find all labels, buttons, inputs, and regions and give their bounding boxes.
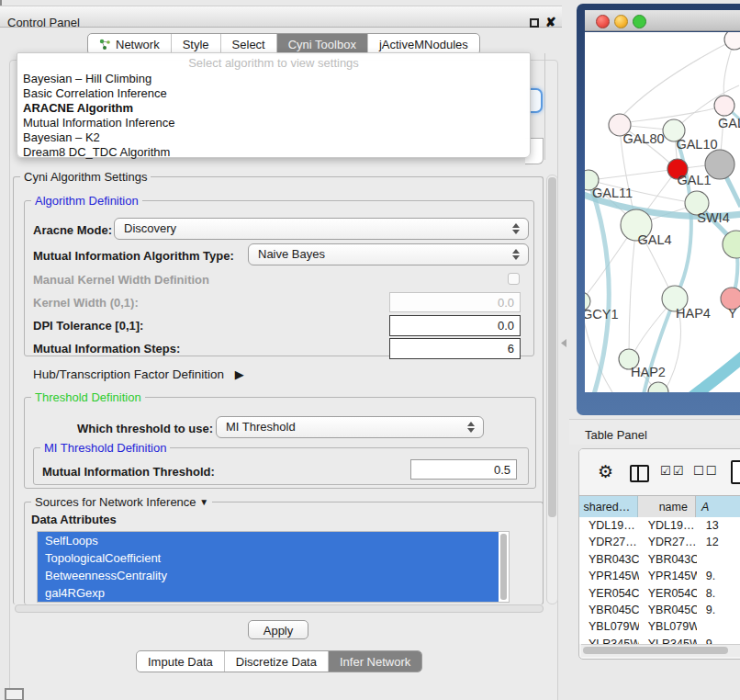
table-row[interactable]: YER054CYER054C8.	[579, 585, 740, 602]
algorithm-option[interactable]: Basic Correlation Inference	[17, 86, 530, 101]
table-toolbar: ⚙ ☑☑ ☐☐	[579, 449, 740, 495]
tab-cyni-toolbox[interactable]: Cyni Toolbox	[277, 34, 368, 54]
table-cell: 9.	[697, 636, 740, 644]
network-edge[interactable]	[629, 225, 636, 357]
bottom-tab-discretize-data[interactable]: Discretize Data	[225, 651, 329, 672]
attribute-item[interactable]: SelfLoops	[38, 532, 499, 549]
table-cell: 12	[697, 534, 740, 550]
table-row[interactable]: YLR345WYLR345W9.	[579, 636, 740, 644]
manual-kernel-checkbox[interactable]	[508, 273, 520, 285]
algorithm-option[interactable]: ARACNE Algorithm	[17, 101, 530, 116]
network-window-titlebar[interactable]	[585, 10, 740, 31]
table-body: YDL19…YDL19…13YDR27…YDR27…12YBR043CYBR04…	[579, 517, 740, 644]
bottom-tab-label: Discretize Data	[236, 655, 317, 669]
column-layout-icon[interactable]	[630, 465, 649, 482]
network-node-label: HAP2	[631, 365, 666, 379]
table-row[interactable]: YPR145WYPR145W9.	[579, 568, 740, 584]
table-cell: YBR043C	[579, 551, 639, 568]
mi-threshold-field[interactable]: 0.5	[410, 459, 517, 480]
table-hscrollbar-thumb[interactable]	[583, 647, 728, 654]
network-node[interactable]	[724, 32, 740, 50]
collapse-down-icon[interactable]: ▼	[199, 497, 208, 507]
column-header[interactable]: A	[696, 496, 740, 518]
inference-algorithm-combo-fragment[interactable]	[529, 88, 543, 113]
tab-network[interactable]: Network	[88, 34, 172, 54]
table-cell: YPR145W	[579, 568, 639, 584]
new-table-icon[interactable]	[731, 460, 740, 484]
dpi-tolerance-field[interactable]: 0.0	[389, 315, 521, 336]
data-attributes-list[interactable]: SelfLoopsTopologicalCoefficientBetweenne…	[37, 531, 510, 603]
table-hscrollbar[interactable]	[581, 644, 740, 657]
settings-scrollbar-thumb[interactable]	[548, 177, 556, 517]
bottom-tab-label: Infer Network	[340, 655, 410, 669]
column-header[interactable]: name	[638, 496, 696, 518]
table-cell: YDR27…	[639, 534, 697, 550]
table-cell: 9.	[697, 568, 740, 584]
close-traffic-light-icon[interactable]	[596, 15, 610, 28]
hub-definition-expander[interactable]: Hub/Transcription Factor Definition ▶	[33, 367, 244, 381]
mi-threshold-group-title: MI Threshold Definition	[40, 441, 170, 455]
settings-hscroll-bar[interactable]	[15, 604, 544, 613]
settings-scrollbar-track[interactable]	[546, 175, 558, 604]
sources-title-text: Sources for Network Inference	[35, 495, 196, 509]
zoom-traffic-light-icon[interactable]	[633, 15, 646, 28]
table-cell: YER054C	[579, 585, 639, 602]
table-row[interactable]: YBR045CYBR045C9.	[579, 602, 740, 618]
bottom-tab-label: Impute Data	[148, 655, 213, 669]
mi-type-combobox[interactable]: Naive Bayes	[248, 243, 529, 265]
algorithm-option[interactable]: Bayesian – K2	[17, 130, 530, 145]
network-graph[interactable]: GALGAL80GAL10GAL1GAL11SWI4GAL4GCY1HAP4YH…	[585, 32, 740, 392]
tab-select[interactable]: Select	[221, 34, 277, 54]
list-scrollbar-thumb[interactable]	[500, 534, 507, 600]
algorithm-option[interactable]: Dream8 DC_TDC Algorithm	[17, 145, 530, 160]
checked-columns-icon[interactable]: ☑☑	[660, 464, 685, 478]
kernel-width-field[interactable]: 0.0	[389, 292, 521, 312]
screen: Control Panel ✘ NetworkStyleSelectCyni T…	[0, 0, 740, 700]
network-edge[interactable]	[590, 169, 678, 180]
attribute-item[interactable]: gal4RGexp	[38, 584, 499, 602]
tab-jactivemnodules[interactable]: jActiveMNodules	[368, 34, 479, 54]
kernel-width-label: Kernel Width (0,1):	[33, 296, 139, 310]
unchecked-columns-icon[interactable]: ☐☐	[693, 464, 718, 478]
tab-style[interactable]: Style	[172, 34, 221, 54]
combo-spinner-icon	[466, 421, 475, 434]
bottom-tab-impute-data[interactable]: Impute Data	[137, 651, 225, 672]
which-threshold-combobox[interactable]: MI Threshold	[216, 416, 484, 438]
tab-label: Style	[183, 38, 209, 51]
algorithm-option[interactable]: Bayesian – Hill Climbing	[17, 72, 530, 86]
table-cell: 8.	[697, 585, 740, 602]
minimized-panel-icon[interactable]	[5, 688, 24, 700]
column-header[interactable]: shared…	[579, 496, 638, 518]
network-canvas[interactable]: GALGAL80GAL10GAL1GAL11SWI4GAL4GCY1HAP4YH…	[585, 32, 740, 392]
table-cell: YPR145W	[639, 568, 697, 584]
network-node-label: GAL10	[676, 137, 717, 152]
attribute-item[interactable]: BetweennessCentrality	[38, 567, 499, 584]
tab-label: Select	[232, 38, 265, 51]
table-cell: 9.	[697, 602, 740, 618]
table-cell: YBR045C	[639, 602, 697, 618]
mi-type-label: Mutual Information Algorithm Type:	[33, 249, 234, 263]
attribute-item[interactable]: TopologicalCoefficient	[38, 549, 499, 567]
network-node[interactable]	[705, 150, 734, 179]
network-node-label: GAL4	[637, 232, 671, 247]
float-panel-icon[interactable]	[530, 18, 539, 28]
apply-button[interactable]: Apply	[248, 620, 308, 639]
gear-icon[interactable]: ⚙	[598, 461, 613, 482]
network-node-gal[interactable]	[714, 96, 734, 116]
bottom-tab-infer-network[interactable]: Infer Network	[329, 651, 421, 672]
manual-kernel-label: Manual Kernel Width Definition	[33, 273, 209, 287]
table-row[interactable]: YDR27…YDR27…12	[579, 534, 740, 550]
table-row[interactable]: YBR043CYBR043C	[579, 551, 740, 568]
algorithm-option[interactable]: Mutual Information Inference	[17, 116, 530, 130]
table-row[interactable]: YBL079WYBL079W	[579, 618, 740, 635]
minimize-traffic-light-icon[interactable]	[614, 15, 628, 28]
table-panel-title: Table Panel	[585, 428, 647, 442]
table-row[interactable]: YDL19…YDL19…13	[579, 517, 740, 534]
aracne-mode-combobox[interactable]: Discovery	[114, 218, 529, 240]
close-panel-icon[interactable]: ✘	[545, 15, 556, 29]
table-cell: YBR045C	[579, 602, 639, 618]
network-edge[interactable]	[691, 356, 740, 392]
mi-steps-field[interactable]: 6	[389, 338, 521, 359]
network-icon	[99, 39, 111, 51]
network-edge[interactable]	[587, 175, 609, 392]
